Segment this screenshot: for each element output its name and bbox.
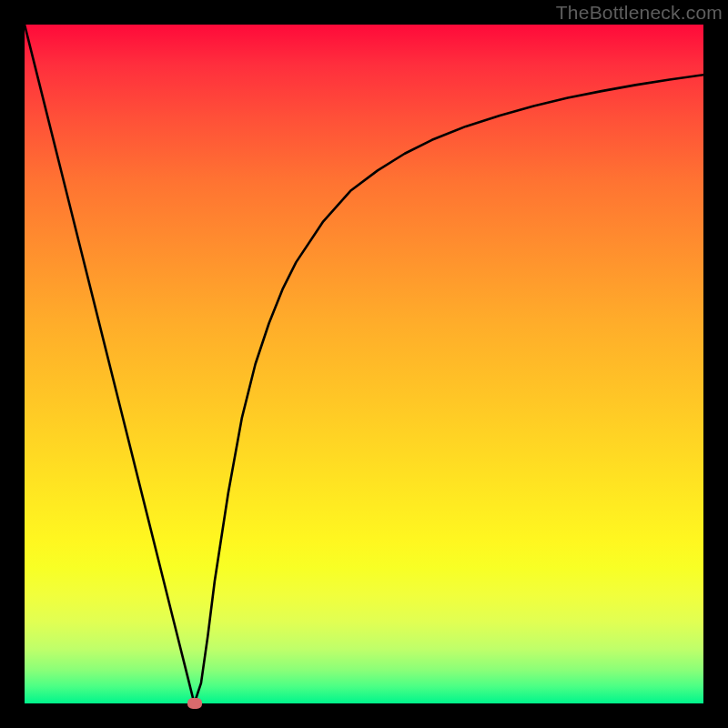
chart-frame: TheBottleneck.com (0, 0, 728, 728)
plot-area (25, 25, 703, 703)
watermark-text: TheBottleneck.com (556, 2, 723, 24)
minimum-marker-icon (187, 698, 202, 709)
bottleneck-curve (25, 25, 703, 703)
